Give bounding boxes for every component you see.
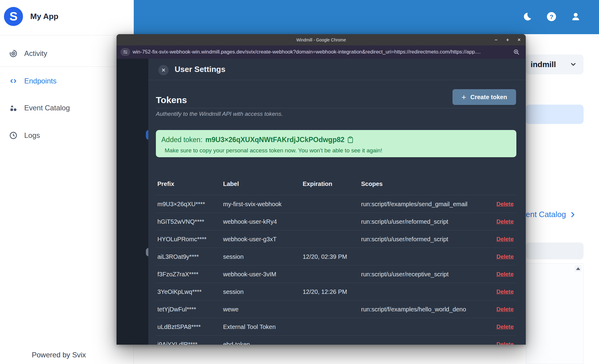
- token-value: m9U3×26qXUXqNWtFAKrdjJCkPOdwgp82: [206, 136, 344, 144]
- windmill-page-backdrop: ✕ User Settings Tokens + Create token Au…: [117, 59, 526, 345]
- sidebar-item-event-catalog[interactable]: Event Catalog: [0, 99, 134, 117]
- copy-icon[interactable]: [347, 136, 353, 143]
- sidebar-item-label: Endpoints: [24, 77, 57, 85]
- magnifier-icon: [513, 49, 520, 55]
- close-drawer-button[interactable]: ✕: [158, 65, 169, 75]
- svg-text:?: ?: [550, 13, 554, 20]
- cell-prefix: HYOLuPRomc****: [157, 236, 206, 242]
- cell-expiration: 12/20, 02:39 PM: [303, 253, 347, 260]
- col-prefix: Prefix: [157, 180, 174, 187]
- table-row: hGiT52wVNQ**** webhook-user-kRy4 run:scr…: [156, 213, 516, 230]
- table-row: HYOLuPRomc**** webhook-user-g3xT run:scr…: [156, 230, 516, 248]
- create-token-label: Create token: [470, 94, 507, 101]
- scrollbar-up-button[interactable]: [575, 265, 581, 272]
- close-window-button[interactable]: ×: [516, 37, 522, 43]
- cell-prefix: hGiT52wVNQ****: [157, 218, 204, 225]
- table-row: f3FzoZ7raX**** webhook-user-3vIM run:scr…: [156, 265, 516, 283]
- account-button[interactable]: [570, 11, 581, 22]
- background-panel: [526, 263, 584, 364]
- cell-scopes: run:script/u/user/reformed_script: [361, 218, 448, 225]
- screen: ? S My App Activity: [0, 0, 599, 364]
- scroll-up-icon: [576, 267, 580, 270]
- col-label: Label: [223, 180, 239, 187]
- background-highlight-box: [526, 105, 584, 124]
- cell-scopes: run:script/f/examples/hello_world_deno: [361, 306, 466, 313]
- window-titlebar[interactable]: Windmill - Google Chrome – + ×: [117, 34, 526, 45]
- event-catalog-link[interactable]: ent Catalog: [526, 210, 576, 219]
- window-title: Windmill - Google Chrome: [117, 34, 526, 45]
- delete-token-link[interactable]: Delete: [496, 271, 514, 278]
- cell-label: ebd-token: [223, 341, 250, 345]
- app-header: ?: [134, 0, 599, 34]
- event-catalog-icon: [9, 104, 18, 112]
- moon-icon: [522, 11, 532, 22]
- minimize-button[interactable]: –: [493, 37, 499, 43]
- cell-label: my-first-svix-webhook: [223, 200, 281, 207]
- brand: S My App: [4, 7, 58, 26]
- delete-token-link[interactable]: Delete: [496, 341, 514, 345]
- cell-prefix: uLdBztSPA8****: [157, 323, 201, 330]
- cell-prefix: 3YeOiKpLwq****: [157, 288, 202, 295]
- user-settings-drawer: ✕ User Settings Tokens + Create token Au…: [148, 59, 526, 345]
- table-row: tetYjDwFul**** wewe run:script/f/example…: [156, 300, 516, 318]
- sidebar: S My App Activity Endpoints Event Catalo…: [0, 0, 134, 364]
- workspace-dropdown[interactable]: indmill: [526, 54, 584, 74]
- sidebar-divider: [0, 35, 134, 35]
- cell-scopes: run:script/f/examples/send_gmail_email: [361, 200, 467, 207]
- col-expiration: Expiration: [303, 180, 332, 187]
- cell-label: wewe: [223, 306, 239, 313]
- site-settings-icon: [123, 50, 128, 54]
- sidebar-item-activity[interactable]: Activity: [0, 45, 134, 62]
- delete-token-link[interactable]: Delete: [496, 218, 514, 225]
- event-catalog-link-label: ent Catalog: [526, 210, 566, 219]
- url-bar[interactable]: win-752-fix-svix-webhook-win.windmill.pa…: [117, 45, 526, 59]
- url-input[interactable]: win-752-fix-svix-webhook-win.windmill.pa…: [133, 49, 481, 55]
- powered-by-svix: Powered by Svix: [32, 351, 86, 359]
- cell-prefix: m9U3×26qXU****: [157, 200, 205, 207]
- cell-label: External Tool Token: [223, 323, 276, 330]
- delete-token-link[interactable]: Delete: [496, 288, 514, 295]
- help-icon: ?: [546, 11, 557, 22]
- cell-scopes: run:script/u/user/reformed_script: [361, 236, 448, 242]
- create-token-button[interactable]: + Create token: [453, 89, 516, 105]
- logs-icon: [9, 131, 18, 140]
- chevron-right-icon: [569, 211, 576, 218]
- cell-label: webhook-user-kRy4: [223, 218, 277, 225]
- sidebar-item-logs[interactable]: Logs: [0, 127, 134, 144]
- delete-token-link[interactable]: Delete: [496, 201, 514, 207]
- workspace-dropdown-label: indmill: [531, 60, 556, 69]
- dark-mode-toggle[interactable]: [522, 11, 533, 22]
- tokens-heading: Tokens: [156, 95, 187, 105]
- table-row: i9AiYYLdlR**** ebd-token Delete: [156, 335, 516, 345]
- plus-icon: +: [462, 93, 466, 101]
- chevron-down-icon: [570, 61, 577, 68]
- delete-token-link[interactable]: Delete: [496, 306, 514, 313]
- table-row: m9U3×26qXU**** my-first-svix-webhook run…: [156, 195, 516, 213]
- site-settings-button[interactable]: [120, 48, 130, 56]
- maximize-button[interactable]: +: [505, 37, 511, 43]
- sidebar-item-endpoints[interactable]: Endpoints: [0, 72, 134, 90]
- delete-token-link[interactable]: Delete: [496, 253, 514, 260]
- app-title: My App: [30, 12, 58, 21]
- cell-label: webhook-user-g3xT: [223, 236, 277, 242]
- zoom-page-button[interactable]: [513, 49, 520, 55]
- background-gray-box: [526, 242, 584, 259]
- cell-expiration: 12/20, 12:26 PM: [303, 288, 347, 295]
- token-added-alert: Added token: m9U3×26qXUXqNWtFAKrdjJCkPOd…: [156, 130, 516, 157]
- alert-note: Make sure to copy your personal access t…: [165, 147, 382, 154]
- sidebar-item-label: Logs: [24, 131, 40, 140]
- delete-token-link[interactable]: Delete: [496, 236, 514, 242]
- table-row: 3YeOiKpLwq**** session 12/20, 12:26 PM D…: [156, 283, 516, 300]
- cell-label: session: [223, 253, 244, 260]
- cell-scopes: run:script/u/user/receptive_script: [361, 271, 449, 278]
- section-divider: [156, 108, 516, 108]
- delete-token-link[interactable]: Delete: [496, 323, 514, 330]
- cell-prefix: aiL3ROat9y****: [157, 253, 199, 260]
- cell-prefix: i9AiYYLdlR****: [157, 341, 197, 345]
- cell-prefix: tetYjDwFul****: [157, 306, 196, 313]
- tokens-subtitle: Authentify to the Windmill API with acce…: [156, 111, 283, 117]
- chrome-window: Windmill - Google Chrome – + × win-752-f…: [117, 34, 526, 345]
- sidebar-item-label: Activity: [24, 49, 47, 58]
- help-button[interactable]: ?: [546, 11, 557, 22]
- sidebar-item-label: Event Catalog: [24, 104, 70, 112]
